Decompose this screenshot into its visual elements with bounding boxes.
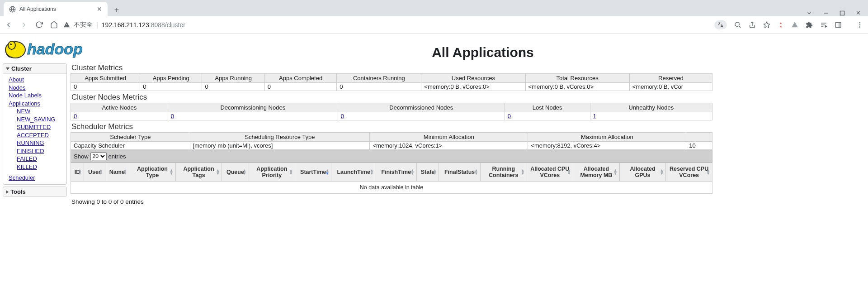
- col-header[interactable]: Containers Running: [337, 74, 421, 83]
- sidebar-link-killed[interactable]: KILLED: [17, 163, 37, 171]
- close-window-button[interactable]: ✕: [856, 10, 861, 16]
- col-header[interactable]: Decommissioned Nodes: [338, 103, 505, 112]
- page-title: All Applications: [111, 45, 863, 60]
- translate-icon[interactable]: [714, 20, 727, 29]
- forward-button[interactable]: [20, 21, 28, 29]
- url-field[interactable]: 不安全 | 192.168.211.123:8088/cluster: [63, 21, 709, 29]
- share-icon[interactable]: [749, 21, 756, 29]
- apps-col-header[interactable]: Queue▲▼: [222, 163, 249, 182]
- extensions-icon[interactable]: [806, 21, 813, 29]
- metric-link[interactable]: 0: [341, 113, 344, 120]
- apps-col-header[interactable]: Name▲▼: [105, 163, 129, 182]
- apps-col-header[interactable]: Application Type▲▼: [129, 163, 176, 182]
- apps-col-header[interactable]: Allocated GPUs▲▼: [619, 163, 666, 182]
- metric-link[interactable]: 0: [171, 113, 174, 120]
- playlist-icon[interactable]: [820, 21, 827, 29]
- chevron-down-icon: [6, 67, 9, 70]
- sidebar-link-applications[interactable]: Applications: [9, 100, 40, 108]
- col-header[interactable]: Scheduler Type: [71, 133, 190, 142]
- zoom-icon[interactable]: [734, 21, 741, 29]
- apps-col-header[interactable]: Reserved CPU VCores▲▼: [666, 163, 712, 182]
- sidebar-link-scheduler[interactable]: Scheduler: [9, 174, 35, 182]
- apps-col-header[interactable]: State▲▼: [416, 163, 439, 182]
- ext-icon-1[interactable]: [778, 22, 784, 28]
- bookmark-icon[interactable]: [763, 21, 770, 29]
- apps-col-header[interactable]: Application Priority▲▼: [249, 163, 295, 182]
- metric-cell: 0: [140, 83, 202, 91]
- close-icon[interactable]: ✕: [97, 5, 102, 13]
- apps-col-header[interactable]: User▲▼: [84, 163, 105, 182]
- browser-chrome: All Applications ✕ + ✕ 不安全 | 192.168.211…: [0, 0, 868, 34]
- sidebar-label-tools: Tools: [10, 188, 26, 195]
- metric-link[interactable]: 0: [74, 113, 77, 120]
- col-header[interactable]: Unhealthy Nodes: [590, 103, 712, 112]
- entries-label: entries: [108, 153, 126, 160]
- back-button[interactable]: [5, 21, 13, 29]
- svg-point-14: [859, 22, 861, 24]
- page-size-select[interactable]: 20: [90, 152, 107, 160]
- sidebar-link-new-saving[interactable]: NEW_SAVING: [17, 115, 56, 124]
- col-header[interactable]: Used Resources: [421, 74, 525, 83]
- col-header[interactable]: [686, 133, 712, 142]
- col-header[interactable]: Minimum Allocation: [370, 133, 528, 142]
- col-header[interactable]: Total Resources: [525, 74, 629, 83]
- col-header[interactable]: Apps Submitted: [71, 74, 140, 83]
- sidebar-link-nodes[interactable]: Nodes: [9, 84, 26, 92]
- col-header[interactable]: Scheduling Resource Type: [190, 133, 370, 142]
- chevron-right-icon: [6, 190, 9, 194]
- sidebar-link-about[interactable]: About: [9, 76, 24, 84]
- col-header[interactable]: Apps Running: [202, 74, 264, 83]
- apps-col-header[interactable]: Application Tags▲▼: [175, 163, 222, 182]
- sidebar-link-node-labels[interactable]: Node Labels: [9, 91, 42, 100]
- sidebar-head-cluster[interactable]: Cluster: [3, 64, 66, 74]
- sidebar-link-new[interactable]: NEW: [17, 107, 30, 115]
- sidebar-head-tools[interactable]: Tools: [3, 187, 66, 197]
- sidebar-link-finished[interactable]: FINISHED: [17, 147, 44, 155]
- col-header[interactable]: Decommissioning Nodes: [168, 103, 338, 112]
- apps-col-header[interactable]: FinalStatus▲▼: [439, 163, 481, 182]
- col-header[interactable]: Apps Completed: [264, 74, 337, 83]
- new-tab-button[interactable]: +: [110, 4, 123, 16]
- metric-cell: <memory:1024, vCores:1>: [370, 142, 528, 150]
- applications-table: ID▲▼User▲▼Name▲▼Application Type▲▼Applic…: [71, 163, 712, 194]
- sidebar-link-failed[interactable]: FAILED: [17, 155, 37, 163]
- sidebar-link-submitted[interactable]: SUBMITTED: [17, 123, 51, 131]
- browser-tab[interactable]: All Applications ✕: [4, 2, 108, 16]
- url-path: :8088/cluster: [149, 21, 185, 29]
- apps-col-header[interactable]: ID▲▼: [71, 163, 84, 182]
- tab-strip: All Applications ✕ + ✕: [0, 0, 868, 16]
- apps-col-header[interactable]: StartTime▲▼: [295, 163, 331, 182]
- nav-buttons: [5, 21, 58, 29]
- col-header[interactable]: Active Nodes: [71, 103, 168, 112]
- sidebar-link-accepted[interactable]: ACCEPTED: [17, 131, 49, 139]
- sidebar-link-running[interactable]: RUNNING: [17, 139, 44, 147]
- apps-col-header[interactable]: Allocated CPU VCores▲▼: [527, 163, 573, 182]
- reload-button[interactable]: [35, 21, 43, 29]
- chevron-down-icon[interactable]: [806, 10, 812, 16]
- metric-link[interactable]: 0: [508, 113, 511, 120]
- window-controls: ✕: [806, 10, 868, 16]
- metric-link[interactable]: 1: [593, 113, 596, 120]
- sidebar-section-tools: Tools: [3, 187, 67, 197]
- page-header: hadoop All Applications: [0, 34, 868, 62]
- svg-point-16: [859, 26, 861, 28]
- section-title-nodes-metrics: Cluster Nodes Metrics: [71, 93, 868, 102]
- svg-point-7: [780, 22, 782, 24]
- col-header[interactable]: Lost Nodes: [505, 103, 590, 112]
- col-header[interactable]: Maximum Allocation: [528, 133, 686, 142]
- col-header[interactable]: Reserved: [629, 74, 712, 83]
- apps-col-header[interactable]: Allocated Memory MB▲▼: [573, 163, 620, 182]
- minimize-button[interactable]: [823, 10, 829, 16]
- menu-icon[interactable]: [856, 21, 863, 29]
- hadoop-logo: hadoop: [3, 35, 111, 62]
- col-header[interactable]: Apps Pending: [140, 74, 202, 83]
- apps-col-header[interactable]: LaunchTime▲▼: [331, 163, 376, 182]
- ext-icon-2[interactable]: [791, 21, 798, 29]
- sidepanel-icon[interactable]: [835, 21, 842, 29]
- svg-marker-11: [825, 25, 826, 27]
- globe-icon: [9, 6, 16, 13]
- apps-col-header[interactable]: FinishTime▲▼: [376, 163, 416, 182]
- home-button[interactable]: [50, 21, 58, 29]
- maximize-button[interactable]: [840, 10, 845, 16]
- apps-col-header[interactable]: Running Containers▲▼: [480, 163, 527, 182]
